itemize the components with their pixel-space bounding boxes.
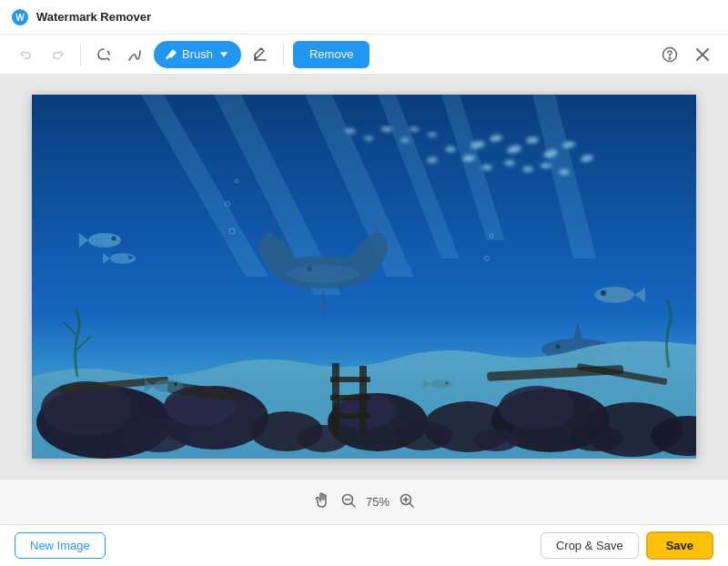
svg-point-25 [427, 157, 438, 163]
svg-point-20 [504, 160, 515, 166]
zoom-out-icon[interactable] [340, 492, 357, 512]
svg-point-62 [298, 425, 349, 452]
svg-point-34 [287, 265, 359, 283]
svg-point-35 [88, 233, 121, 248]
svg-point-78 [430, 379, 452, 389]
svg-point-80 [446, 382, 449, 385]
redo-button[interactable] [44, 42, 71, 67]
lasso-button[interactable] [90, 42, 117, 67]
svg-text:W: W [15, 13, 25, 23]
titlebar-left: W Watermark Remover [11, 8, 151, 26]
pan-tool-icon[interactable] [313, 491, 331, 513]
svg-point-38 [110, 253, 136, 264]
svg-point-24 [445, 147, 456, 152]
svg-point-63 [394, 421, 452, 450]
divider-2 [283, 44, 284, 66]
crop-save-label: Crop & Save [556, 539, 623, 552]
zoom-bar: 75% [0, 479, 728, 524]
undo-button[interactable] [13, 42, 40, 67]
svg-point-30 [410, 127, 419, 132]
titlebar: W Watermark Remover [0, 0, 728, 35]
footer-right: Crop & Save Save [541, 531, 713, 560]
svg-point-75 [154, 379, 183, 392]
svg-point-43 [601, 290, 606, 296]
history-controls [13, 42, 71, 67]
svg-point-31 [428, 133, 437, 137]
svg-point-37 [112, 237, 116, 241]
zoom-percent: 75% [366, 495, 389, 509]
toolbar-right [657, 42, 715, 67]
remove-button[interactable]: Remove [293, 41, 369, 68]
zoom-controls: 75% [313, 491, 415, 513]
save-label: Save [666, 539, 693, 552]
svg-point-27 [364, 136, 373, 141]
brush-button[interactable]: Brush [154, 41, 241, 68]
svg-point-26 [345, 128, 356, 134]
new-image-label: New Image [30, 539, 90, 552]
eraser-button[interactable] [247, 42, 274, 67]
freehand-button[interactable] [121, 42, 148, 67]
close-button[interactable] [690, 42, 715, 67]
app-logo-icon: W [11, 8, 29, 26]
remove-label: Remove [309, 47, 353, 61]
selection-tools [90, 42, 148, 67]
app-title: Watermark Remover [36, 10, 151, 24]
footer-bar: New Image Crop & Save Save [0, 524, 728, 566]
svg-point-22 [541, 163, 551, 168]
brush-label: Brush [182, 47, 213, 61]
svg-rect-71 [330, 395, 370, 400]
svg-point-23 [559, 169, 570, 175]
svg-point-21 [522, 167, 533, 172]
svg-point-77 [174, 382, 177, 386]
svg-point-41 [594, 287, 634, 303]
zoom-in-icon[interactable] [399, 492, 415, 512]
svg-point-65 [569, 426, 623, 451]
save-button[interactable]: Save [646, 531, 713, 560]
divider-1 [80, 44, 81, 66]
svg-point-28 [381, 126, 392, 132]
svg-rect-70 [330, 377, 370, 382]
svg-point-40 [128, 256, 132, 259]
svg-point-58 [499, 386, 575, 430]
image-container [32, 95, 696, 459]
svg-point-61 [127, 419, 191, 452]
svg-point-48 [556, 345, 561, 349]
svg-point-29 [400, 138, 410, 143]
new-image-button[interactable]: New Image [15, 532, 106, 559]
crop-save-button[interactable]: Crop & Save [541, 532, 639, 559]
svg-rect-72 [330, 413, 370, 419]
help-button[interactable] [657, 42, 682, 67]
toolbar: Brush Remove [0, 35, 728, 75]
svg-point-19 [481, 165, 492, 170]
svg-point-64 [473, 430, 519, 451]
underwater-image [32, 95, 696, 459]
canvas-area [0, 75, 728, 479]
svg-point-3 [669, 57, 671, 59]
